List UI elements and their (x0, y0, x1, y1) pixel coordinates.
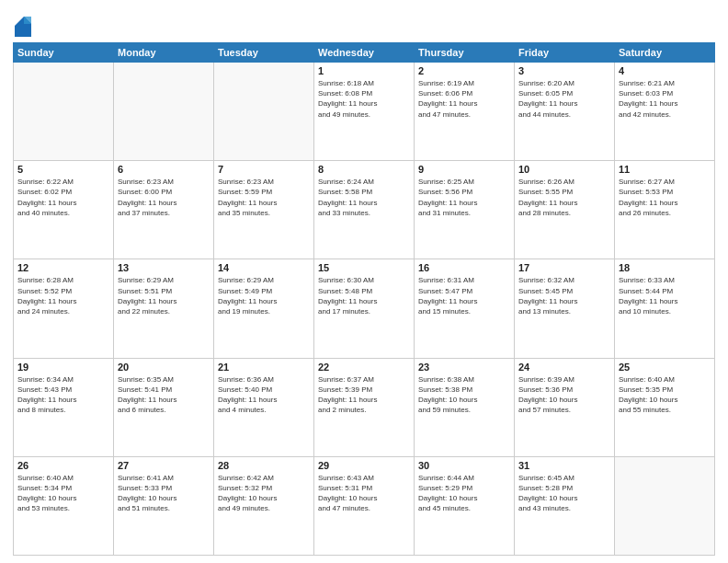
day-cell: 6Sunrise: 6:23 AM Sunset: 6:00 PM Daylig… (114, 161, 214, 259)
day-cell: 26Sunrise: 6:40 AM Sunset: 5:34 PM Dayli… (14, 456, 114, 555)
day-info: Sunrise: 6:37 AM Sunset: 5:39 PM Dayligh… (318, 374, 410, 416)
day-cell: 4Sunrise: 6:21 AM Sunset: 6:03 PM Daylig… (615, 63, 715, 161)
day-info: Sunrise: 6:31 AM Sunset: 5:47 PM Dayligh… (418, 275, 510, 316)
day-cell: 27Sunrise: 6:41 AM Sunset: 5:33 PM Dayli… (114, 456, 214, 555)
day-info: Sunrise: 6:27 AM Sunset: 5:53 PM Dayligh… (619, 177, 711, 218)
day-info: Sunrise: 6:40 AM Sunset: 5:34 PM Dayligh… (17, 473, 109, 514)
day-number: 25 (619, 362, 711, 373)
day-number: 5 (17, 164, 109, 175)
day-number: 4 (619, 65, 711, 76)
day-number: 10 (518, 164, 610, 175)
day-cell: 28Sunrise: 6:42 AM Sunset: 5:32 PM Dayli… (214, 456, 314, 555)
day-number: 27 (118, 460, 210, 471)
day-cell: 12Sunrise: 6:28 AM Sunset: 5:52 PM Dayli… (14, 259, 114, 358)
day-cell: 8Sunrise: 6:24 AM Sunset: 5:58 PM Daylig… (314, 161, 415, 259)
day-number: 31 (518, 460, 610, 471)
day-number: 17 (518, 262, 610, 273)
logo (13, 13, 35, 39)
calendar-header: SundayMondayTuesdayWednesdayThursdayFrid… (14, 43, 715, 63)
day-info: Sunrise: 6:21 AM Sunset: 6:03 PM Dayligh… (619, 78, 711, 120)
day-cell: 11Sunrise: 6:27 AM Sunset: 5:53 PM Dayli… (615, 161, 715, 259)
calendar-body: 1Sunrise: 6:18 AM Sunset: 6:08 PM Daylig… (14, 63, 715, 556)
day-cell: 13Sunrise: 6:29 AM Sunset: 5:51 PM Dayli… (114, 259, 214, 358)
week-row-1: 1Sunrise: 6:18 AM Sunset: 6:08 PM Daylig… (14, 63, 715, 161)
day-cell (615, 456, 715, 555)
day-number: 28 (218, 460, 310, 471)
day-number: 23 (418, 362, 510, 373)
day-cell: 10Sunrise: 6:26 AM Sunset: 5:55 PM Dayli… (515, 161, 615, 259)
header-cell-monday: Monday (114, 43, 214, 63)
day-cell: 5Sunrise: 6:22 AM Sunset: 6:02 PM Daylig… (14, 161, 114, 259)
day-number: 9 (418, 164, 510, 175)
header-cell-friday: Friday (515, 43, 615, 63)
day-info: Sunrise: 6:24 AM Sunset: 5:58 PM Dayligh… (318, 177, 410, 218)
week-row-3: 12Sunrise: 6:28 AM Sunset: 5:52 PM Dayli… (14, 259, 715, 358)
week-row-2: 5Sunrise: 6:22 AM Sunset: 6:02 PM Daylig… (14, 161, 715, 259)
day-number: 6 (118, 164, 210, 175)
day-cell: 21Sunrise: 6:36 AM Sunset: 5:40 PM Dayli… (214, 358, 314, 456)
day-cell: 3Sunrise: 6:20 AM Sunset: 6:05 PM Daylig… (515, 63, 615, 161)
day-cell: 16Sunrise: 6:31 AM Sunset: 5:47 PM Dayli… (415, 259, 515, 358)
day-info: Sunrise: 6:18 AM Sunset: 6:08 PM Dayligh… (318, 78, 410, 120)
calendar: SundayMondayTuesdayWednesdayThursdayFrid… (13, 42, 715, 556)
day-info: Sunrise: 6:44 AM Sunset: 5:29 PM Dayligh… (418, 473, 510, 514)
day-cell: 30Sunrise: 6:44 AM Sunset: 5:29 PM Dayli… (415, 456, 515, 555)
day-number: 29 (318, 460, 410, 471)
day-cell (114, 63, 214, 161)
day-number: 19 (17, 362, 109, 373)
header-cell-sunday: Sunday (14, 43, 114, 63)
day-cell: 17Sunrise: 6:32 AM Sunset: 5:45 PM Dayli… (515, 259, 615, 358)
day-cell: 23Sunrise: 6:38 AM Sunset: 5:38 PM Dayli… (415, 358, 515, 456)
day-number: 12 (17, 262, 109, 273)
week-row-4: 19Sunrise: 6:34 AM Sunset: 5:43 PM Dayli… (14, 358, 715, 456)
day-cell: 15Sunrise: 6:30 AM Sunset: 5:48 PM Dayli… (314, 259, 415, 358)
day-info: Sunrise: 6:25 AM Sunset: 5:56 PM Dayligh… (418, 177, 510, 218)
day-number: 30 (418, 460, 510, 471)
day-info: Sunrise: 6:23 AM Sunset: 5:59 PM Dayligh… (218, 177, 310, 218)
day-cell: 24Sunrise: 6:39 AM Sunset: 5:36 PM Dayli… (515, 358, 615, 456)
day-number: 26 (17, 460, 109, 471)
day-info: Sunrise: 6:29 AM Sunset: 5:51 PM Dayligh… (118, 275, 210, 316)
page: SundayMondayTuesdayWednesdayThursdayFrid… (0, 0, 728, 563)
day-cell: 25Sunrise: 6:40 AM Sunset: 5:35 PM Dayli… (615, 358, 715, 456)
day-cell: 7Sunrise: 6:23 AM Sunset: 5:59 PM Daylig… (214, 161, 314, 259)
day-cell: 1Sunrise: 6:18 AM Sunset: 6:08 PM Daylig… (314, 63, 415, 161)
day-number: 21 (218, 362, 310, 373)
day-info: Sunrise: 6:34 AM Sunset: 5:43 PM Dayligh… (17, 374, 109, 416)
header-cell-saturday: Saturday (615, 43, 715, 63)
day-number: 1 (318, 65, 410, 76)
day-info: Sunrise: 6:26 AM Sunset: 5:55 PM Dayligh… (518, 177, 610, 218)
day-number: 15 (318, 262, 410, 273)
day-info: Sunrise: 6:23 AM Sunset: 6:00 PM Dayligh… (118, 177, 210, 218)
day-number: 16 (418, 262, 510, 273)
day-number: 20 (118, 362, 210, 373)
header-cell-tuesday: Tuesday (214, 43, 314, 63)
day-info: Sunrise: 6:43 AM Sunset: 5:31 PM Dayligh… (318, 473, 410, 514)
header-cell-thursday: Thursday (415, 43, 515, 63)
day-info: Sunrise: 6:38 AM Sunset: 5:38 PM Dayligh… (418, 374, 510, 416)
day-number: 13 (118, 262, 210, 273)
day-info: Sunrise: 6:28 AM Sunset: 5:52 PM Dayligh… (17, 275, 109, 316)
day-info: Sunrise: 6:20 AM Sunset: 6:05 PM Dayligh… (518, 78, 610, 120)
day-info: Sunrise: 6:40 AM Sunset: 5:35 PM Dayligh… (619, 374, 711, 416)
week-row-5: 26Sunrise: 6:40 AM Sunset: 5:34 PM Dayli… (14, 456, 715, 555)
day-info: Sunrise: 6:35 AM Sunset: 5:41 PM Dayligh… (118, 374, 210, 416)
day-info: Sunrise: 6:41 AM Sunset: 5:33 PM Dayligh… (118, 473, 210, 514)
logo-icon (13, 13, 33, 39)
day-cell: 9Sunrise: 6:25 AM Sunset: 5:56 PM Daylig… (415, 161, 515, 259)
day-cell: 29Sunrise: 6:43 AM Sunset: 5:31 PM Dayli… (314, 456, 415, 555)
day-cell: 14Sunrise: 6:29 AM Sunset: 5:49 PM Dayli… (214, 259, 314, 358)
day-cell: 18Sunrise: 6:33 AM Sunset: 5:44 PM Dayli… (615, 259, 715, 358)
header-cell-wednesday: Wednesday (314, 43, 415, 63)
day-number: 7 (218, 164, 310, 175)
day-cell: 22Sunrise: 6:37 AM Sunset: 5:39 PM Dayli… (314, 358, 415, 456)
day-cell: 31Sunrise: 6:45 AM Sunset: 5:28 PM Dayli… (515, 456, 615, 555)
day-info: Sunrise: 6:30 AM Sunset: 5:48 PM Dayligh… (318, 275, 410, 316)
day-number: 22 (318, 362, 410, 373)
day-info: Sunrise: 6:29 AM Sunset: 5:49 PM Dayligh… (218, 275, 310, 316)
day-number: 11 (619, 164, 711, 175)
day-cell (214, 63, 314, 161)
day-cell (14, 63, 114, 161)
day-info: Sunrise: 6:33 AM Sunset: 5:44 PM Dayligh… (619, 275, 711, 316)
day-info: Sunrise: 6:45 AM Sunset: 5:28 PM Dayligh… (518, 473, 610, 514)
